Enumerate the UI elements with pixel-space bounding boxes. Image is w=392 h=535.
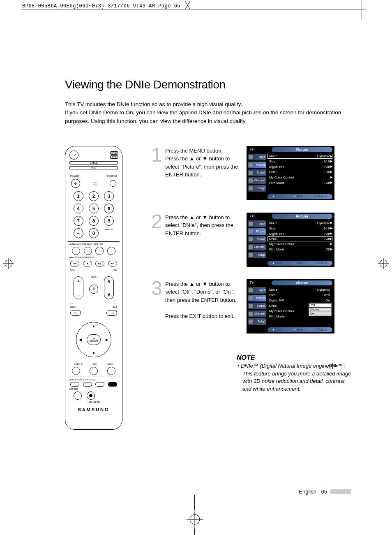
- osd-popup: Off Demo On: [309, 303, 332, 316]
- registration-mark-icon: [187, 511, 203, 529]
- volume-rocker: +–: [74, 276, 83, 299]
- remote-illustration: TV DVDSTB CABLEVCR POWERSOURCE ⏻ ○ ○○ ○ …: [65, 146, 122, 430]
- dnie-logo-icon: DNIe™: [332, 363, 344, 370]
- print-slug: BP68-00586A-00Eng(060~073) 3/17/06 9:49 …: [22, 3, 180, 9]
- channel-rocker: ∧∨: [104, 276, 114, 299]
- step-3: 3 Press the ▲ or ▼ button to select "Off…: [151, 279, 353, 334]
- remote-dpad: ▲▼◀▶ ↵ENTER: [68, 319, 120, 360]
- trim-line: [22, 9, 366, 9]
- step-1: 1 Press the MENU button. Press the ▲ or …: [151, 146, 353, 200]
- power-icon: ⏻: [71, 179, 80, 188]
- step-2: 2 Press the ▲ or ▼ button to select "DNI…: [151, 213, 353, 267]
- brand-logo: SAMSUNG: [68, 407, 120, 412]
- osd-screenshot-3: TV Picture Input Picture Sound Channel S…: [247, 279, 334, 334]
- osd-screenshot-2: TV Picture Input Picture Sound Channel S…: [247, 213, 334, 267]
- note-section: NOTE • DNIe™ (Digital Natural Image engi…: [237, 354, 353, 393]
- registration-mark-icon: [3, 258, 14, 271]
- source-button: [110, 180, 116, 187]
- trim-line: [362, 0, 362, 20]
- mute-icon: ✕: [89, 285, 98, 294]
- intro-text: This TV includes the DNIe function so as…: [65, 100, 344, 125]
- page-title: Viewing the DNIe Demonstration: [65, 78, 353, 91]
- registration-mark-icon: [378, 258, 389, 271]
- remote-numpad: 123 456 789 0PRE-CH: [68, 189, 120, 241]
- osd-screenshot-1: TV Picture Input Picture Sound Channel S…: [247, 146, 334, 200]
- page-footer: English - 65: [299, 489, 351, 495]
- remote-tv-button: TV: [69, 151, 78, 160]
